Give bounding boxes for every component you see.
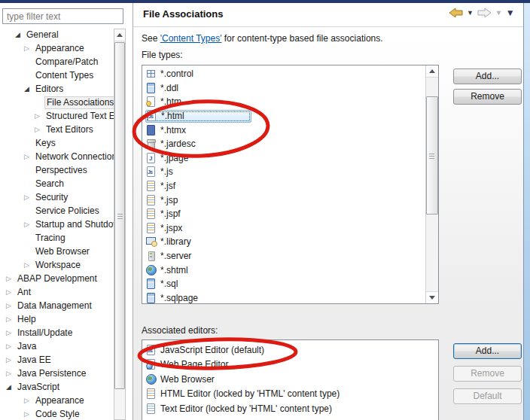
sidebar-item-text-editors[interactable]: ▷Text Editors: [0, 123, 114, 136]
sidebar-item-label: Code Style: [34, 409, 81, 419]
editor-row-web-page-editor[interactable]: Web Page Editor: [144, 358, 437, 373]
sidebar-item-appearance[interactable]: ▷Appearance: [0, 41, 114, 55]
sidebar-item-web-browser[interactable]: Web Browser: [0, 245, 114, 258]
scroll-up-icon[interactable]: [426, 65, 438, 78]
forward-arrow-icon[interactable]: [477, 8, 492, 18]
expand-icon[interactable]: ▷: [24, 394, 34, 407]
sidebar-item-java-ee[interactable]: ▷Java EE: [0, 353, 114, 367]
sidebar-item-label: Structured Text Editors: [44, 111, 114, 121]
editors-add-button[interactable]: Add...: [453, 343, 522, 359]
collapse-icon[interactable]: ◢: [6, 380, 16, 394]
collapse-icon[interactable]: ◢: [24, 82, 34, 96]
collapse-icon[interactable]: ◢: [15, 28, 25, 41]
file-type-row-jpage[interactable]: *.jpage: [144, 151, 425, 166]
expand-icon[interactable]: ▷: [24, 190, 34, 204]
file-type-row-jspf[interactable]: *.jspf: [144, 207, 425, 221]
file-type-row-jspx[interactable]: *.jspx: [144, 221, 425, 236]
sidebar-item-general[interactable]: ◢General: [0, 28, 114, 41]
expand-icon[interactable]: ▷: [6, 367, 16, 380]
expand-icon[interactable]: ▷: [6, 312, 16, 326]
file-type-row-js[interactable]: *.js: [144, 165, 425, 179]
tree-scrollbar-thumb[interactable]: [114, 42, 125, 389]
expand-icon[interactable]: ▷: [6, 339, 16, 353]
forward-menu-icon[interactable]: ▼: [495, 9, 502, 17]
sidebar-item-content-types[interactable]: Content Types: [0, 68, 114, 82]
expand-icon[interactable]: ▷: [24, 150, 34, 163]
sidebar-item-label: Content Types: [34, 70, 95, 81]
content-types-link[interactable]: 'Content Types': [160, 33, 222, 44]
sidebar-item-structured-text-editors[interactable]: ▷Structured Text Editors: [0, 109, 114, 123]
sidebar-item-label: Service Policies: [34, 205, 101, 216]
file-type-label: *.jsp: [160, 195, 178, 205]
sidebar-item-compare-patch[interactable]: Compare/Patch: [0, 55, 114, 68]
expand-icon[interactable]: ▷: [24, 258, 34, 272]
filter-input[interactable]: [2, 8, 123, 24]
file-type-row-jsf[interactable]: *.jsf: [144, 179, 425, 193]
sidebar-item-file-associations[interactable]: File Associations: [0, 96, 114, 109]
expand-icon[interactable]: ▷: [6, 299, 16, 312]
file-type-row-jsp[interactable]: *.jsp: [144, 193, 425, 207]
file-type-row-control[interactable]: *.control: [144, 67, 425, 81]
selected-file-type[interactable]: *.html: [145, 110, 251, 123]
file-types-remove-button[interactable]: Remove: [453, 89, 522, 105]
file-types-add-button[interactable]: Add...: [453, 68, 522, 84]
sidebar-item-install-update[interactable]: ▷Install/Update: [0, 326, 114, 339]
file-type-row-html[interactable]: *.html: [144, 109, 425, 123]
editor-row-javascript-editor-default[interactable]: JavaScript Editor (default): [144, 342, 437, 358]
expand-icon[interactable]: ▷: [24, 218, 34, 231]
back-menu-icon[interactable]: ▼: [467, 9, 474, 17]
file-type-row-sqlpage[interactable]: *.sqlpage: [144, 291, 425, 304]
file-type-row-ddl[interactable]: *.ddl: [144, 81, 425, 96]
sidebar-item-network-connections[interactable]: ▷Network Connections: [0, 150, 114, 163]
file-types-scrollbar[interactable]: [425, 65, 438, 303]
file-type-row-sql[interactable]: *.sql: [144, 277, 425, 291]
scroll-up-icon[interactable]: [114, 29, 125, 41]
sidebar-item-javascript[interactable]: ◢JavaScript: [0, 380, 114, 394]
sidebar-item-appearance[interactable]: ▷Appearance: [0, 394, 114, 407]
editor-row-text-editor-locked-by-html-content-type[interactable]: Text Editor (locked by 'HTML' content ty…: [144, 401, 437, 416]
sidebar-item-abap-development[interactable]: ▷ABAP Development: [0, 272, 114, 285]
editor-row-html-editor-locked-by-html-content-type[interactable]: HTML Editor (locked by 'HTML' content ty…: [144, 387, 437, 402]
sidebar-item-java-persistence[interactable]: ▷Java Persistence: [0, 367, 114, 380]
sidebar-item-workspace[interactable]: ▷Workspace: [0, 258, 114, 272]
editor-row-web-browser[interactable]: Web Browser: [144, 372, 437, 387]
file-type-label: *.ddl: [160, 83, 178, 93]
expand-icon[interactable]: ▷: [6, 285, 16, 299]
expand-icon[interactable]: ▷: [6, 326, 16, 339]
file-type-row-htmx[interactable]: *.htmx: [144, 123, 425, 137]
file-type-row-library[interactable]: *.library: [144, 235, 425, 249]
file-type-label: *.jpage: [160, 153, 188, 163]
file-type-row-server[interactable]: *.server: [144, 249, 425, 263]
file-type-row-shtml[interactable]: *.shtml: [144, 263, 425, 277]
sidebar-item-startup-and-shutdown[interactable]: ▷Startup and Shutdown: [0, 218, 114, 231]
sidebar-item-search[interactable]: Search: [0, 177, 114, 190]
file-type-row-jardesc[interactable]: *.jardesc: [144, 137, 425, 151]
sidebar-item-editors[interactable]: ◢Editors: [0, 82, 114, 96]
tree-scrollbar[interactable]: [114, 29, 126, 420]
sidebar-item-code-style[interactable]: ▷Code Style: [0, 407, 114, 420]
view-menu-icon[interactable]: ▼: [506, 9, 515, 17]
sidebar-item-ant[interactable]: ▷Ant: [0, 285, 114, 299]
sidebar-item-perspectives[interactable]: Perspectives: [0, 163, 114, 177]
sidebar-item-help[interactable]: ▷Help: [0, 312, 114, 326]
expand-icon[interactable]: ▷: [24, 407, 34, 420]
expand-icon[interactable]: ▷: [24, 41, 34, 55]
sidebar-item-security[interactable]: ▷Security: [0, 190, 114, 204]
expand-icon[interactable]: ▷: [6, 272, 16, 285]
expand-icon[interactable]: ▷: [35, 109, 44, 123]
sidebar-item-label: Ant: [16, 287, 32, 297]
back-arrow-icon[interactable]: [449, 8, 463, 18]
info-text: See 'Content Types' for content-type bas…: [142, 33, 383, 44]
sidebar-item-service-policies[interactable]: Service Policies: [0, 204, 114, 218]
file-type-label: *.jardesc: [160, 138, 196, 149]
scroll-down-icon[interactable]: [426, 291, 438, 303]
file-type-label: *.jspf: [160, 208, 181, 219]
sidebar-item-data-management[interactable]: ▷Data Management: [0, 299, 114, 312]
expand-icon[interactable]: ▷: [6, 353, 16, 367]
sidebar-item-tracing[interactable]: Tracing: [0, 231, 114, 245]
file-type-row-htm[interactable]: *.htm: [144, 95, 425, 109]
expand-icon[interactable]: ▷: [35, 123, 44, 136]
sidebar-item-java[interactable]: ▷Java: [0, 339, 114, 353]
file-types-scrollbar-thumb[interactable]: [426, 96, 438, 215]
sidebar-item-keys[interactable]: Keys: [0, 136, 114, 150]
